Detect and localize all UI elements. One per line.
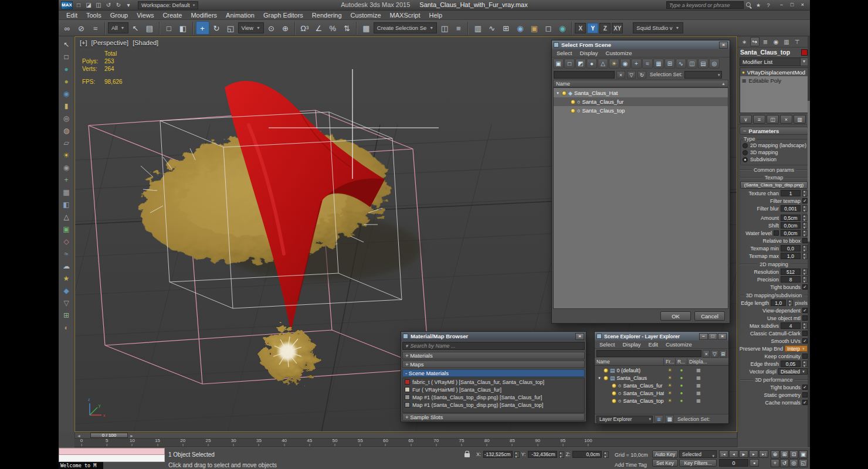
spinner[interactable] [802,269,808,275]
light-bulb-icon[interactable] [571,100,575,104]
stack-item-editable-poly[interactable]: ▦Editable Poly [740,76,808,84]
zoom-extents-icon[interactable]: ⊡ [789,450,798,458]
renderable-state-icon[interactable]: ● [676,375,687,380]
spinner[interactable] [802,215,808,221]
select-and-rotate-icon[interactable]: ↻ [210,21,223,35]
box-green-icon[interactable]: ▣ [60,223,73,235]
renderable-state-icon[interactable]: ● [676,383,687,388]
rendered-frame-icon[interactable]: ◻ [541,21,555,35]
project-folder-icon[interactable]: ▾ [124,1,133,9]
filter-icon[interactable]: ▽ [711,350,718,358]
column-frozen[interactable]: Fr... [664,358,676,365]
spinner[interactable] [802,230,808,236]
display-groups-icon[interactable]: ▦ [653,59,664,69]
display-state-icon[interactable]: ▦ [687,398,710,403]
command-panel-scrollbar[interactable] [808,36,810,447]
menu-item[interactable]: Edit [62,11,82,20]
light-icon[interactable]: ☀ [60,149,73,161]
track-bar-ruler[interactable]: 0510152025303540455055606570758085909510… [74,439,737,447]
spinner[interactable] [802,276,808,283]
utilities-tab-icon[interactable]: ⊤ [792,37,802,46]
spinner[interactable] [802,222,808,229]
water-level-checkbox[interactable] [774,230,779,236]
make-unique-button[interactable]: ◫ [767,115,779,124]
welcome-window-button[interactable]: Welcome to M [59,462,103,469]
filter-blur-input[interactable]: 0,001 [781,205,801,212]
pan-icon[interactable]: + [771,459,779,467]
radio-subdivision[interactable]: Subdivision [742,156,806,163]
axis-xy-button[interactable]: XY [612,23,623,33]
menu-item[interactable]: MAXScript [386,11,425,20]
map-1-santa-claus-fur[interactable]: Map #1 (Santa_Claus_top_disp.png) [Santa… [403,393,584,401]
menu-item[interactable]: Group [106,11,133,20]
max-subdivs-input[interactable]: 4 [781,322,801,329]
view-dependent-checkbox[interactable]: ✓ [802,308,808,313]
cache-normals-checkbox[interactable]: ✓ [802,400,808,405]
explorer-row-santa-claus[interactable]: ▾ ▤ Santa_Claus ☀ ● ▦ [595,374,728,382]
snap-toggle-icon[interactable]: Ω³ [298,21,311,35]
spinner[interactable] [802,190,808,196]
display-state-icon[interactable]: ▦ [687,383,710,388]
precision-input[interactable]: 8 [781,276,801,283]
light-bulb-icon[interactable] [603,376,608,380]
use-pivot-point-icon[interactable]: ⊙ [265,21,278,35]
explorer-find-input[interactable] [596,350,701,357]
light-bulb-icon[interactable] [571,108,575,113]
tree-row-santa-claus-top[interactable]: ○ Santa_Claus_top [554,106,728,115]
menu-item[interactable]: Rendering [308,11,346,20]
sync-selection-icon[interactable]: ↻ [638,71,646,79]
stack-item-vraydisplacementmod[interactable]: ●VRayDisplacementMod [740,68,808,76]
menu-item[interactable]: Display [619,341,644,349]
viewport-menu-pov[interactable]: [Perspective] [91,39,129,46]
materials-rollup[interactable]: + Materials [402,352,585,359]
layer-manager-icon[interactable]: ▥ [471,21,484,35]
patch-icon[interactable]: ⊞ [60,310,73,321]
key-filters-button[interactable]: Key Filters... [679,459,717,467]
explorer-row-default-layer[interactable]: ▤ 0 (default) ☀ ● ▦ [595,366,728,374]
shift-input[interactable]: 0,0cm [781,222,801,229]
align-icon[interactable]: ≡ [452,21,465,35]
next-frame-button[interactable]: ► [749,450,758,458]
torus-icon[interactable]: ◎ [60,113,73,124]
spinner[interactable] [559,451,564,458]
spinner[interactable] [514,451,520,458]
explorer-row-santa-claus-hat[interactable]: ○ Santa_Claus_Hat ☀ ● ▦ [595,389,728,397]
axis-y-button[interactable]: Y [587,23,598,33]
texmap-button[interactable]: (Santa_Claus_top_disp.png) [740,181,808,189]
previous-frame-button[interactable]: ◄ [729,450,738,458]
menu-item[interactable]: Select [596,341,618,349]
renderable-state-icon[interactable]: ● [676,398,687,403]
edge-length-input[interactable]: 1,0 [771,300,786,306]
expand-icon[interactable]: ▾ [597,376,602,380]
tree-row-santa-claus-hat[interactable]: ▾ ◆ Santa_Claus_Hat [554,89,728,97]
edit-named-selection-sets-icon[interactable]: ▦ [360,21,373,35]
display-state-icon[interactable]: ▦ [687,375,710,380]
camera-icon[interactable]: ◉ [60,162,73,174]
display-helpers-icon[interactable]: + [631,59,642,69]
window-crossing-icon[interactable]: ◧ [177,21,190,35]
auto-key-button[interactable]: Auto Key [652,450,678,458]
maximize-button[interactable]: □ [787,1,797,9]
teapot-icon[interactable]: ◍ [60,125,73,137]
tree-row-santa-claus-fur[interactable]: ○ Santa_Claus_fur [554,97,728,106]
find-input[interactable] [554,71,615,79]
light-bulb-icon[interactable] [612,383,616,388]
maxscript-mini-listener-macro[interactable] [59,448,165,455]
selection-region-icon[interactable]: □ [162,21,176,35]
light-bulb-icon[interactable] [603,368,608,373]
field-of-view-icon[interactable]: ◎ [789,459,798,467]
menu-item[interactable]: Edit [645,341,662,349]
open-file-icon[interactable]: ◪ [84,1,93,9]
select-object-icon[interactable]: ↖ [129,21,143,35]
sets-icon[interactable]: ▦ [665,415,674,423]
viewport-menu-shading[interactable]: [Shaded] [133,39,158,46]
axis-z-button[interactable]: Z [599,23,611,33]
display-state-icon[interactable]: ▦ [687,390,710,396]
render-production-icon[interactable]: ◉ [555,21,569,35]
link-icon[interactable]: ⊞ [720,350,727,358]
column-name[interactable]: Name [595,358,664,365]
select-and-scale-icon[interactable]: ◱ [224,21,238,35]
material-editor-icon[interactable]: ◉ [513,21,527,35]
menu-item[interactable]: Customize [602,49,636,57]
plane-icon[interactable]: ▱ [60,137,73,149]
